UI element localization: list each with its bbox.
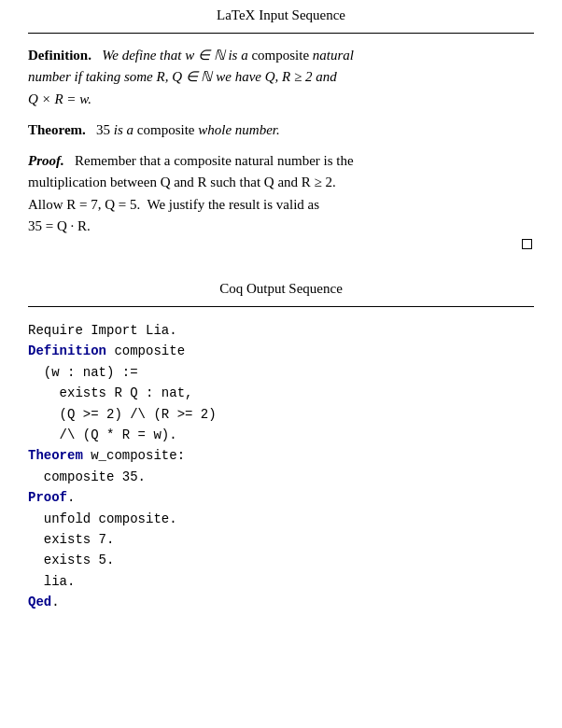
proof-text: Proof. Remember that a composite natural… (28, 150, 534, 237)
coq-line-12: exists 5. (28, 550, 534, 570)
page: LaTeX Input Sequence Definition. We defi… (0, 0, 562, 728)
coq-section: Coq Output Sequence Require Import Lia. … (0, 273, 562, 635)
latex-section-title: LaTeX Input Sequence (28, 0, 534, 34)
theorem-label: Theorem. (28, 122, 86, 137)
coq-keyword-definition: Definition (28, 343, 106, 358)
coq-keyword-qed: Qed (28, 595, 51, 609)
coq-content: Require Import Lia. Definition composite… (28, 307, 534, 622)
latex-section: LaTeX Input Sequence Definition. We defi… (0, 0, 562, 273)
proof-label: Proof. (28, 153, 64, 168)
proof-block: Proof. Remember that a composite natural… (28, 150, 534, 251)
coq-line-14: Qed. (28, 592, 534, 612)
latex-content: Definition. We define that w ∈ ℕ is a co… (28, 34, 534, 260)
definition-block: Definition. We define that w ∈ ℕ is a co… (28, 45, 534, 110)
coq-line-5: (Q >= 2) /\ (R >= 2) (28, 404, 534, 425)
coq-line-3: (w : nat) := (28, 362, 534, 383)
coq-line-9: Proof. (28, 487, 534, 508)
coq-keyword-theorem: Theorem (28, 448, 83, 463)
qed-box (522, 239, 532, 249)
coq-line-6: /\ (Q * R = w). (28, 425, 534, 445)
proof-end (28, 239, 534, 251)
coq-line-8: composite 35. (28, 467, 534, 487)
coq-line-2: Definition composite (28, 341, 534, 361)
coq-line-11: exists 7. (28, 529, 534, 550)
coq-keyword-proof: Proof (28, 490, 67, 505)
coq-line-1: Require Import Lia. (28, 320, 534, 341)
coq-line-4: exists R Q : nat, (28, 383, 534, 403)
coq-line-7: Theorem w_composite: (28, 445, 534, 466)
coq-line-10: unfold composite. (28, 509, 534, 529)
coq-section-title: Coq Output Sequence (28, 273, 534, 307)
theorem-block: Theorem. 35 is a composite whole number. (28, 119, 534, 141)
definition-label: Definition. (28, 48, 91, 63)
proof-body: Remember that a composite natural number… (28, 153, 354, 233)
theorem-text: 35 is a composite whole number. (90, 122, 280, 137)
coq-line-13: lia. (28, 571, 534, 592)
